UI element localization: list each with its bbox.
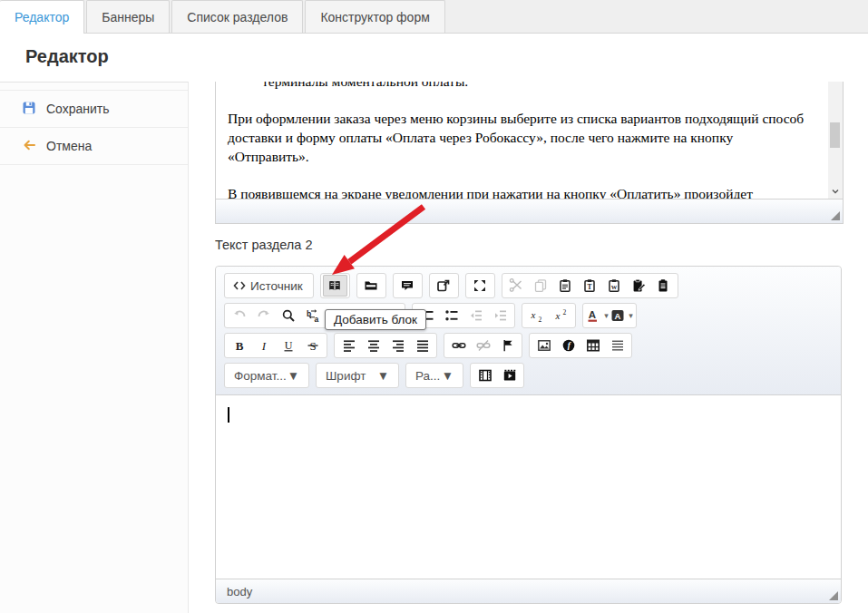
svg-text:2: 2 bbox=[538, 316, 541, 323]
chevron-down-icon: ▼ bbox=[442, 369, 454, 383]
search-button[interactable] bbox=[276, 305, 300, 326]
comment-button[interactable] bbox=[395, 275, 420, 297]
save-icon bbox=[22, 101, 36, 118]
source-button[interactable]: Источник bbox=[227, 275, 311, 297]
bg-color-button[interactable]: A▾ bbox=[610, 305, 634, 326]
toolbar-group: Источник bbox=[224, 273, 314, 298]
font-select-button[interactable]: Шрифт▼ bbox=[318, 365, 396, 386]
indent-button[interactable] bbox=[488, 305, 512, 326]
copy-icon bbox=[533, 278, 548, 293]
paste-word-button[interactable]: W bbox=[602, 275, 627, 297]
tab-form-builder[interactable]: Конструктор форм bbox=[305, 0, 444, 33]
toolbar-group bbox=[444, 333, 522, 358]
preview-icon bbox=[436, 278, 451, 293]
toolbar-group: TW bbox=[502, 273, 678, 298]
editor-toolbar: ИсточникTWba12x2x2A▾A▾BIUSfФормат...▼Шри… bbox=[216, 267, 841, 395]
anchor-button[interactable] bbox=[495, 335, 520, 356]
section1-editor-content[interactable]: терминалы моментальной оплаты.При оформл… bbox=[215, 82, 828, 199]
add-block-button[interactable] bbox=[323, 275, 347, 297]
paste-button[interactable] bbox=[553, 275, 578, 297]
source-icon bbox=[232, 278, 247, 293]
button-label: Источник bbox=[250, 279, 303, 293]
align-center-button[interactable] bbox=[361, 335, 385, 356]
chevron-down-icon: ▼ bbox=[288, 369, 299, 383]
resize-handle-icon[interactable] bbox=[829, 591, 838, 600]
page-title: Редактор bbox=[25, 46, 109, 67]
toolbar-group: Ра...▼ bbox=[405, 363, 463, 388]
section1-scrollbar[interactable] bbox=[828, 82, 844, 199]
resize-handle-icon[interactable] bbox=[831, 211, 840, 220]
svg-text:A: A bbox=[589, 309, 596, 320]
underline-button[interactable]: U bbox=[276, 335, 300, 356]
align-right-button[interactable] bbox=[385, 335, 410, 356]
paste-icon bbox=[558, 278, 572, 293]
main-area: терминалы моментальной оплаты.При оформл… bbox=[189, 82, 868, 613]
preview-button[interactable] bbox=[432, 275, 456, 297]
outdent-icon bbox=[469, 308, 483, 323]
subscript-icon: x2 bbox=[530, 308, 544, 323]
chevron-down-icon: ▼ bbox=[377, 369, 389, 383]
element-path: body bbox=[227, 585, 252, 598]
strike-button[interactable]: S bbox=[300, 335, 325, 356]
italic-button[interactable]: I bbox=[251, 335, 276, 356]
toolbar-row: ИсточникTW bbox=[224, 273, 833, 298]
section2-editor-content[interactable] bbox=[216, 395, 841, 579]
image-button[interactable] bbox=[532, 335, 556, 356]
toolbar-group: A▾A▾ bbox=[582, 303, 637, 328]
size-select-button[interactable]: Ра...▼ bbox=[408, 365, 461, 386]
page-header: Редактор bbox=[0, 34, 868, 82]
scrollbar-down-icon[interactable] bbox=[828, 185, 842, 198]
tab-section-list[interactable]: Список разделов bbox=[171, 0, 303, 33]
comment-icon bbox=[400, 278, 414, 293]
templates-button[interactable] bbox=[359, 275, 384, 297]
link-button[interactable] bbox=[446, 335, 471, 356]
chevron-down-icon: ▾ bbox=[629, 312, 633, 320]
superscript-button[interactable]: x2 bbox=[549, 305, 573, 326]
cut-button[interactable] bbox=[504, 275, 529, 297]
undo-button[interactable] bbox=[227, 305, 251, 326]
unlink-button[interactable] bbox=[471, 335, 495, 356]
copy-button[interactable] bbox=[529, 275, 553, 297]
tab-editor[interactable]: Редактор bbox=[0, 0, 84, 34]
toolbar-group bbox=[470, 363, 524, 388]
clipboard-edit-button[interactable] bbox=[627, 275, 651, 297]
indent-icon bbox=[493, 308, 508, 323]
maximize-button[interactable] bbox=[468, 275, 493, 297]
svg-text:T: T bbox=[588, 283, 592, 291]
format-select-button[interactable]: Формат...▼ bbox=[227, 365, 307, 386]
paste-word-icon: W bbox=[607, 278, 621, 293]
align-left-button[interactable] bbox=[336, 335, 361, 356]
subscript-button[interactable]: x2 bbox=[524, 305, 549, 326]
clipboard-dark-button[interactable] bbox=[651, 275, 676, 297]
tab-banners[interactable]: Баннеры bbox=[86, 0, 170, 33]
back-arrow-icon bbox=[22, 138, 36, 155]
app-root: РедакторБаннерыСписок разделовКонструкто… bbox=[0, 0, 868, 613]
replace-button[interactable]: ba bbox=[300, 305, 325, 326]
flash-button[interactable]: f bbox=[556, 335, 580, 356]
redo-button[interactable] bbox=[251, 305, 276, 326]
undo-icon bbox=[232, 308, 247, 323]
scrollbar-thumb[interactable] bbox=[830, 122, 840, 148]
editor-paragraph: В появившемся на экране уведомлении при … bbox=[228, 184, 817, 199]
section1-editor: терминалы моментальной оплаты.При оформл… bbox=[215, 82, 844, 224]
bg-color-icon: A bbox=[610, 308, 625, 323]
paste-text-button[interactable]: T bbox=[578, 275, 602, 297]
sidebar-item-save[interactable]: Сохранить bbox=[0, 91, 188, 128]
text-color-button[interactable]: A▾ bbox=[585, 305, 610, 326]
sidebar-item-cancel[interactable]: Отмена bbox=[0, 128, 188, 165]
justify-button[interactable] bbox=[410, 335, 434, 356]
italic-icon: I bbox=[257, 338, 271, 353]
outdent-button[interactable] bbox=[463, 305, 488, 326]
film-button[interactable] bbox=[473, 365, 497, 386]
sidebar-spacer bbox=[0, 83, 188, 91]
paste-text-icon: T bbox=[582, 278, 597, 293]
table-button[interactable] bbox=[580, 335, 605, 356]
toolbar-group bbox=[393, 273, 423, 298]
video-button[interactable] bbox=[497, 365, 522, 386]
svg-text:A: A bbox=[615, 311, 621, 321]
section2-statusbar: body bbox=[216, 579, 841, 603]
bulleted-list-button[interactable] bbox=[439, 305, 463, 326]
hr-button[interactable] bbox=[605, 335, 629, 356]
svg-text:U: U bbox=[284, 339, 292, 352]
bold-button[interactable]: B bbox=[227, 335, 251, 356]
